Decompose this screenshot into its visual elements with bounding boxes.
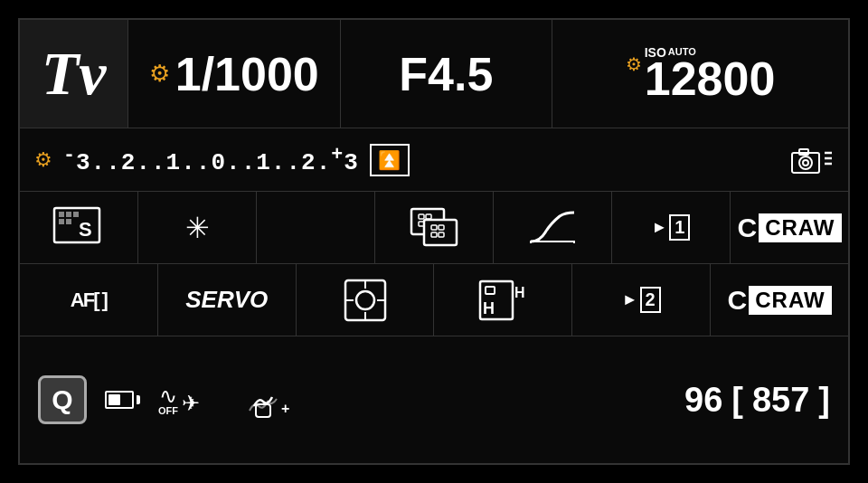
settings-row-3: S ✳ xyxy=(20,192,848,264)
tone-curve-cell xyxy=(494,192,612,263)
card-slot-2-indicator: ► 2 xyxy=(622,287,661,313)
shutter-speed-value: 1/1000 xyxy=(175,47,319,101)
svg-rect-11 xyxy=(59,219,64,224)
drive-mode-svg: S xyxy=(52,204,106,249)
picture-style-svg xyxy=(410,207,458,249)
frame-count-bracket: [ xyxy=(731,381,743,420)
image-quality-indicator: H H xyxy=(478,279,527,321)
iso-gear-icon: ⚙ xyxy=(626,53,642,75)
image-quality-cell: H H xyxy=(434,264,572,336)
card-arrow-2: ► xyxy=(622,290,638,309)
svg-point-2 xyxy=(799,156,812,169)
iso-value: 12800 xyxy=(645,55,776,102)
frame-count-area: 96 [ 857 ] xyxy=(684,381,830,420)
empty-cell-row3 xyxy=(257,192,375,263)
image-quality-svg: H H xyxy=(478,279,527,321)
shutter-gear-icon: ⚙ xyxy=(149,60,170,88)
exposure-scale: -3..2..1..0..1..2.+3 xyxy=(63,144,359,176)
camera-settings-icon xyxy=(790,144,834,176)
focus-mode-cell: SERVO xyxy=(158,264,297,336)
svg-point-25 xyxy=(356,291,374,309)
image-format-2-cell: C CRAW xyxy=(711,264,848,336)
battery-body xyxy=(105,391,134,409)
iso-cell: ⚙ ISO AUTO 12800 xyxy=(552,20,848,128)
iso-label-block: ISO AUTO 12800 xyxy=(645,46,776,102)
focus-mode-value: SERVO xyxy=(185,286,268,314)
metering-mode-svg xyxy=(343,278,388,323)
quick-menu-button[interactable]: Q xyxy=(38,375,87,424)
quick-menu-label: Q xyxy=(52,384,72,415)
craw-badge-1: C CRAW xyxy=(738,213,842,243)
af-mode-icon: AF[ ] xyxy=(71,289,107,312)
wifi-icon: ∿ OFF xyxy=(158,384,178,416)
exposure-comp-row: ⚙ -3..2..1..0..1..2.+3 ⏫ xyxy=(20,128,848,192)
frame-count-bracket-close: ] xyxy=(818,381,830,420)
card-arrow-1: ► xyxy=(652,218,668,237)
raw-box-1: CRAW xyxy=(759,213,841,242)
svg-rect-9 xyxy=(66,212,71,217)
drive-mode-icon: S xyxy=(52,204,106,252)
svg-text:H: H xyxy=(483,299,495,317)
tone-curve-svg xyxy=(527,207,578,249)
battery-tip xyxy=(137,395,140,404)
exposure-gear-icon: ⚙ xyxy=(34,148,52,172)
white-balance-cell: ✳ xyxy=(138,192,257,263)
c-letter-2: C xyxy=(728,285,748,316)
svg-rect-16 xyxy=(426,214,431,219)
shutter-speed-cell: ⚙ 1/1000 xyxy=(128,20,341,128)
exposure-comp-symbol: ⏫ xyxy=(378,149,401,171)
svg-text:S: S xyxy=(79,218,92,241)
status-bar: Q ∿ OFF ✈ + xyxy=(20,336,848,463)
aperture-cell: F4.5 xyxy=(341,20,553,128)
picture-style-cell xyxy=(375,192,494,263)
wifi-off-label: OFF xyxy=(158,405,178,416)
card-slot-1-cell: ► 1 xyxy=(612,192,731,263)
svg-rect-31 xyxy=(486,287,495,294)
airplane-icon: ✈ xyxy=(182,391,200,416)
card-number-1: 1 xyxy=(669,214,690,241)
metering-mode-cell xyxy=(297,264,435,336)
exposure-comp-icon: ⏫ xyxy=(370,144,410,176)
craw-badge-2: C CRAW xyxy=(728,285,832,316)
shot-count: 96 xyxy=(684,381,722,420)
camera-display: Tv ⚙ 1/1000 F4.5 ⚙ ISO AUTO 12800 ⚙ xyxy=(18,18,850,465)
image-stabilizer-svg: + xyxy=(236,379,290,421)
sun-icon: ✳ xyxy=(185,211,210,245)
card-number-2: 2 xyxy=(640,287,661,313)
battery-indicator xyxy=(105,391,140,409)
raw-box-2: CRAW xyxy=(749,286,831,315)
settings-row-4: AF[ ] SERVO H xyxy=(20,264,848,336)
svg-rect-15 xyxy=(419,214,424,219)
svg-text:H: H xyxy=(514,285,525,300)
svg-rect-8 xyxy=(59,212,64,217)
connectivity-icons: ∿ OFF ✈ xyxy=(158,384,200,416)
camera-list-svg xyxy=(790,144,834,176)
svg-rect-10 xyxy=(73,212,79,217)
frame-count: 857 xyxy=(752,381,809,420)
c-letter-1: C xyxy=(738,213,758,243)
card-slot-1-indicator: ► 1 xyxy=(652,214,691,241)
exposure-row: Tv ⚙ 1/1000 F4.5 ⚙ ISO AUTO 12800 xyxy=(20,20,848,128)
iso-block: ⚙ ISO AUTO 12800 xyxy=(626,46,776,102)
svg-text:+: + xyxy=(281,401,289,416)
aperture-value: F4.5 xyxy=(399,47,493,101)
shooting-mode: Tv xyxy=(42,38,107,109)
image-stabilizer-cell: + xyxy=(236,379,290,421)
battery-fill xyxy=(108,394,120,405)
svg-rect-12 xyxy=(66,219,71,224)
svg-point-3 xyxy=(803,160,808,166)
af-mode-cell: AF[ ] xyxy=(20,264,158,336)
card-slot-2-cell: ► 2 xyxy=(572,264,711,336)
shooting-mode-cell: Tv xyxy=(20,20,128,128)
image-format-1-cell: C CRAW xyxy=(731,192,848,263)
drive-mode-cell: S xyxy=(20,192,138,263)
